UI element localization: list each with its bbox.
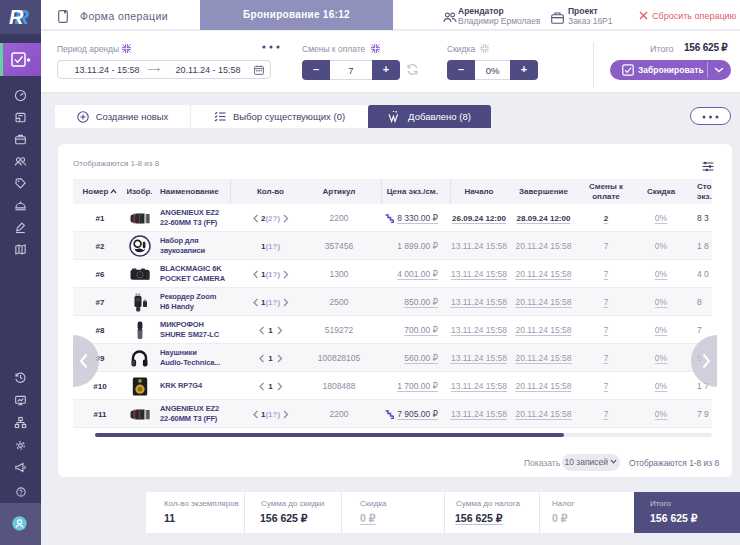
svg-text:R: R — [9, 6, 24, 28]
